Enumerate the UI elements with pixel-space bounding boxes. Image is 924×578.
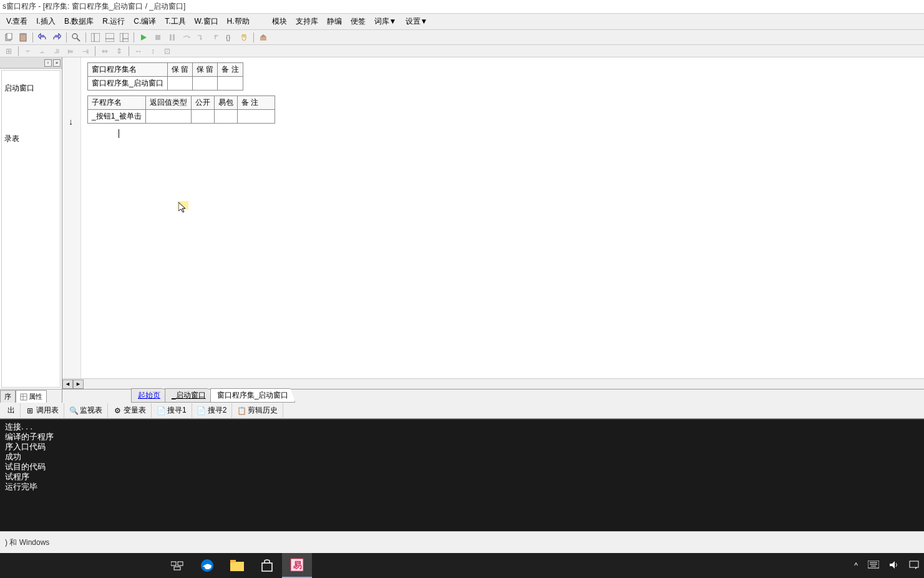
menu-window[interactable]: W.窗口 — [191, 15, 222, 28]
tray-notifications-icon[interactable] — [907, 560, 922, 572]
edit-tool1-icon[interactable]: ⊞ — [2, 45, 15, 57]
align-top-icon[interactable]: ⫢ — [65, 45, 77, 57]
table-row[interactable]: 窗口程序集_启动窗口 — [88, 77, 243, 91]
taskbar-eyuyan-icon[interactable]: 易 — [282, 553, 312, 578]
left-tab-attributes[interactable]: 属性 — [16, 390, 47, 403]
console-line: 序入口代码 — [5, 442, 919, 452]
menu-view[interactable]: V.查看 — [2, 15, 31, 28]
align-center-icon[interactable]: ⫠ — [36, 45, 49, 57]
bottom-tab-search1[interactable]: 📄 搜寻1 — [152, 403, 192, 418]
td-sub-name[interactable]: _按钮1_被单击 — [88, 110, 146, 124]
pause-icon[interactable] — [166, 31, 178, 44]
distribute-h-icon[interactable]: ⇔ — [99, 45, 111, 57]
menu-dict[interactable]: 词库▼ — [371, 15, 401, 28]
tab-assembly[interactable]: 窗口程序集_启动窗口 — [210, 388, 296, 403]
layout1-icon[interactable] — [89, 31, 102, 44]
panel-dock-icon[interactable]: ▫ — [44, 59, 52, 67]
menu-note[interactable]: 便签 — [347, 15, 369, 28]
find-icon[interactable] — [70, 31, 82, 44]
same-size-icon[interactable]: ⊡ — [161, 45, 173, 57]
taskbar-explorer-icon[interactable] — [222, 553, 252, 578]
redo-icon[interactable] — [51, 31, 63, 44]
tab-start-page[interactable]: 起始页 — [131, 388, 167, 403]
scroll-right-icon[interactable]: ► — [73, 380, 84, 389]
stop-icon[interactable] — [152, 31, 164, 44]
th-sub-name: 子程序名 — [88, 96, 146, 110]
run-icon[interactable] — [137, 31, 150, 44]
toolbar-main: {} — [0, 30, 924, 45]
taskbar-edge-icon[interactable] — [192, 553, 222, 578]
menu-compile[interactable]: C.编译 — [130, 15, 160, 28]
main-area: ▫ × 启动窗口 录表 序 属性 ↓ 窗口程序集名 保 留 — [0, 57, 924, 403]
text-cursor-icon — [119, 129, 119, 138]
clip-icon: 📋 — [237, 406, 246, 415]
layout3-icon[interactable] — [118, 31, 130, 44]
step-over-icon[interactable] — [180, 31, 193, 44]
distribute-v-icon[interactable]: ⇕ — [113, 45, 125, 57]
taskbar-taskview-icon[interactable] — [162, 553, 192, 578]
same-width-icon[interactable]: ↔ — [132, 45, 145, 57]
bottom-tab-calltable[interactable]: ⊞ 调用表 — [21, 403, 64, 418]
assembly-table[interactable]: 窗口程序集名 保 留 保 留 备 注 窗口程序集_启动窗口 — [87, 62, 243, 91]
align-right-icon[interactable]: ⫡ — [51, 45, 63, 57]
menu-database[interactable]: B.数据库 — [61, 15, 97, 28]
horizontal-scrollbar[interactable]: ◄ ► — [62, 378, 924, 389]
tab-start-window[interactable]: _启动窗口 — [165, 388, 213, 403]
svg-rect-21 — [260, 37, 266, 41]
hand-icon[interactable] — [238, 31, 250, 44]
th-public: 公开 — [192, 96, 215, 110]
bracket-icon[interactable]: {} — [223, 31, 236, 44]
copy-icon[interactable] — [2, 31, 15, 44]
svg-text:{}: {} — [226, 34, 231, 41]
step-out-icon[interactable] — [209, 31, 221, 44]
subroutine-table[interactable]: 子程序名 返回值类型 公开 易包 备 注 _按钮1_被单击 — [87, 96, 275, 124]
bottom-tab-watch[interactable]: 🔍 监视表 — [64, 403, 108, 418]
paste-icon[interactable] — [17, 31, 29, 44]
console-line: 连接. . . — [5, 422, 919, 432]
td-assembly-name[interactable]: 窗口程序集_启动窗口 — [88, 77, 168, 91]
search-icon: 🔍 — [69, 406, 78, 415]
svg-rect-33 — [262, 563, 272, 571]
bottom-tab-vars[interactable]: ⚙ 变量表 — [108, 403, 152, 418]
build-icon[interactable] — [257, 31, 270, 44]
tray-keyboard-icon[interactable] — [865, 561, 882, 571]
menu-help[interactable]: H.帮助 — [223, 15, 253, 28]
code-editor[interactable]: ↓ 窗口程序集名 保 留 保 留 备 注 窗口程序集_启动窗口 — [62, 57, 924, 378]
bottom-tab-cliphistory[interactable]: 📋 剪辑历史 — [232, 403, 283, 418]
svg-rect-1 — [7, 33, 12, 39]
panel-close-icon[interactable]: × — [53, 59, 61, 67]
menu-run[interactable]: R.运行 — [99, 15, 129, 28]
menu-tools[interactable]: T.工具 — [161, 15, 189, 28]
tray-expand-icon[interactable]: ^ — [852, 561, 860, 570]
menu-insert[interactable]: I.插入 — [32, 15, 59, 28]
tree-item-window[interactable]: 启动窗口 — [4, 82, 57, 95]
undo-icon[interactable] — [36, 31, 49, 44]
code-cursor-line[interactable] — [119, 129, 924, 138]
align-left-icon[interactable]: ⫟ — [22, 45, 34, 57]
output-console[interactable]: 连接. . . 编译的子程序 序入口代码 成功 试目的代码 试程序 运行完毕 — [0, 419, 924, 531]
th-return-type: 返回值类型 — [146, 96, 192, 110]
menu-static[interactable]: 静编 — [323, 15, 346, 28]
svg-rect-10 — [120, 33, 129, 42]
system-tray: ^ — [852, 560, 924, 572]
bottom-tab-output[interactable]: 出 — [2, 403, 21, 418]
scroll-left-icon[interactable]: ◄ — [62, 380, 73, 389]
same-height-icon[interactable]: ↕ — [147, 45, 159, 57]
svg-rect-3 — [21, 33, 25, 35]
console-line: 试程序 — [5, 472, 919, 482]
layout2-icon[interactable] — [104, 31, 116, 44]
menu-support[interactable]: 支持库 — [292, 15, 322, 28]
table-row[interactable]: _按钮1_被单击 — [88, 110, 275, 124]
svg-rect-32 — [230, 560, 236, 562]
menu-module[interactable]: 模块 — [268, 15, 291, 28]
menu-settings[interactable]: 设置▼ — [402, 15, 432, 28]
step-into-icon[interactable] — [195, 31, 207, 44]
taskbar-store-icon[interactable] — [252, 553, 282, 578]
tray-volume-icon[interactable] — [887, 560, 902, 572]
tree-item-table[interactable]: 录表 — [4, 132, 57, 145]
titlebar: s窗口程序 - [程序集: 窗口程序集_启动窗口 / _启动窗口] — [0, 0, 924, 14]
left-tab-program[interactable]: 序 — [0, 390, 16, 403]
align-bottom-icon[interactable]: ⫣ — [79, 45, 92, 57]
bottom-tab-search2[interactable]: 📄 搜寻2 — [192, 403, 233, 418]
project-tree[interactable]: 启动窗口 录表 — [1, 70, 61, 388]
